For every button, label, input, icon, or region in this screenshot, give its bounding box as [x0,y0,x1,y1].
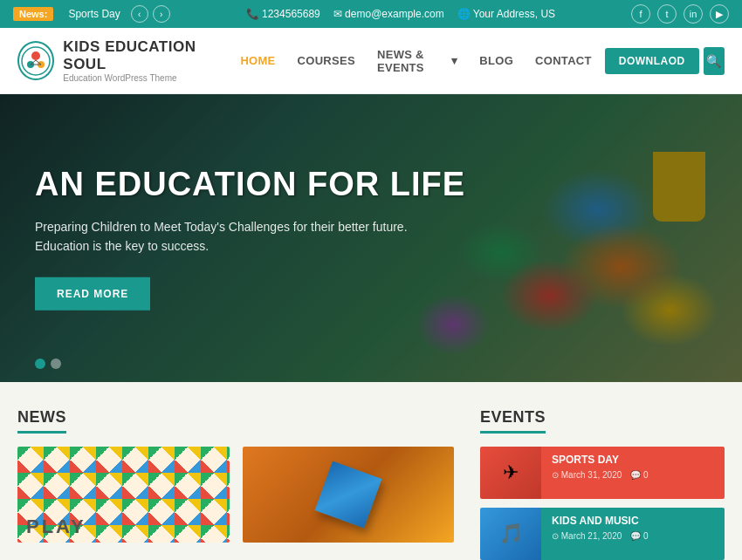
search-button[interactable]: 🔍 [704,47,725,75]
facebook-icon[interactable]: f [631,4,650,24]
nav-home[interactable]: HOME [231,50,284,72]
event-sports-date: ⊙ March 31, 2020 [552,470,622,480]
logo-svg [20,45,52,77]
logo-icon [17,41,54,80]
events-title: EVENTS [480,408,546,434]
logo-name: KIDS EDUCATION SOUL [63,38,231,73]
news-label: News: [13,7,53,21]
linkedin-icon[interactable]: in [684,4,703,24]
news-card-1-image [17,447,230,543]
logo-tagline: Education WordPress Theme [63,73,231,83]
music-icon: 🎵 [499,522,523,545]
hero-section: AN EDUCATION FOR LIFE Preparing Children… [0,94,742,382]
nav-news-events-label: NEWS & EVENTS ▾ [377,48,457,74]
twitter-icon[interactable]: t [657,4,677,24]
social-icons: f t in ▶ [631,4,729,24]
youtube-icon[interactable]: ▶ [710,4,729,24]
news-title: NEWS [17,408,66,434]
svg-point-0 [22,47,50,75]
event-sports-image: ✈ [480,447,541,499]
event-sports-comments: 💬 0 [630,470,648,480]
event-music-comments: 💬 0 [630,531,648,541]
top-bar: News: Sports Day ‹ › 📞 1234565689 ✉ demo… [0,0,742,28]
hero-content: AN EDUCATION FOR LIFE Preparing Children… [35,166,465,311]
download-button[interactable]: DOWNLAOD [605,48,699,74]
nav-arrows: ‹ › [131,5,170,23]
news-cards [17,447,454,543]
nav-contact[interactable]: CONTACT [526,50,601,72]
main-nav: HOME COURSES NEWS & EVENTS ▾ BLOG CONTAC… [231,44,725,79]
chevron-down-icon: ▾ [451,54,457,67]
event-music-image: 🎵 [480,508,541,560]
events-section: EVENTS ✈ SPORTS DAY ⊙ March 31, 2020 💬 0… [480,408,725,560]
bottom-section: NEWS EVENTS ✈ SPORTS DAY ⊙ March 31, 202… [0,382,742,560]
nav-blog[interactable]: BLOG [471,50,522,72]
event-card-music[interactable]: 🎵 KIDS AND MUSIC ⊙ March 21, 2020 💬 0 [480,508,725,560]
hero-subtitle: Preparing Children to Meet Today's Chall… [35,216,465,256]
svg-point-1 [31,51,40,60]
prev-arrow[interactable]: ‹ [131,5,148,23]
phone-info: 📞 1234565689 [246,8,320,20]
next-arrow[interactable]: › [153,5,170,23]
hero-cta-button[interactable]: READ MORE [35,277,150,311]
address-info: 🌐 Your Address, US [457,8,555,20]
event-sports-info: SPORTS DAY ⊙ March 31, 2020 💬 0 [541,447,725,499]
hero-title: AN EDUCATION FOR LIFE [35,166,465,204]
news-section: NEWS [17,408,454,560]
news-card-2-image [243,447,455,543]
news-text: Sports Day [68,8,120,20]
email-info: ✉ demo@example.com [333,8,444,20]
header: KIDS EDUCATION SOUL Education WordPress … [0,28,742,94]
event-music-meta: ⊙ March 21, 2020 💬 0 [552,531,714,541]
news-card-1 [17,447,230,543]
event-music-date: ⊙ March 21, 2020 [552,531,622,541]
nav-news-events[interactable]: NEWS & EVENTS ▾ [368,44,466,79]
hero-pagination [35,359,61,369]
hero-dot-1[interactable] [35,359,45,369]
logo: KIDS EDUCATION SOUL Education WordPress … [17,38,231,83]
plane-icon: ✈ [503,461,519,484]
top-bar-left: News: Sports Day ‹ › [13,5,170,23]
logo-text: KIDS EDUCATION SOUL Education WordPress … [63,38,231,83]
top-bar-center: 📞 1234565689 ✉ demo@example.com 🌐 Your A… [246,8,555,20]
event-sports-meta: ⊙ March 31, 2020 💬 0 [552,470,714,480]
news-card-2 [243,447,455,543]
event-sports-title: SPORTS DAY [552,454,714,466]
nav-courses[interactable]: COURSES [289,50,364,72]
event-music-title: KIDS AND MUSIC [552,515,714,527]
event-music-info: KIDS AND MUSIC ⊙ March 21, 2020 💬 0 [541,508,725,560]
event-card-sports[interactable]: ✈ SPORTS DAY ⊙ March 31, 2020 💬 0 [480,447,725,499]
hero-dot-2[interactable] [51,359,61,369]
search-icon: 🔍 [706,54,721,68]
